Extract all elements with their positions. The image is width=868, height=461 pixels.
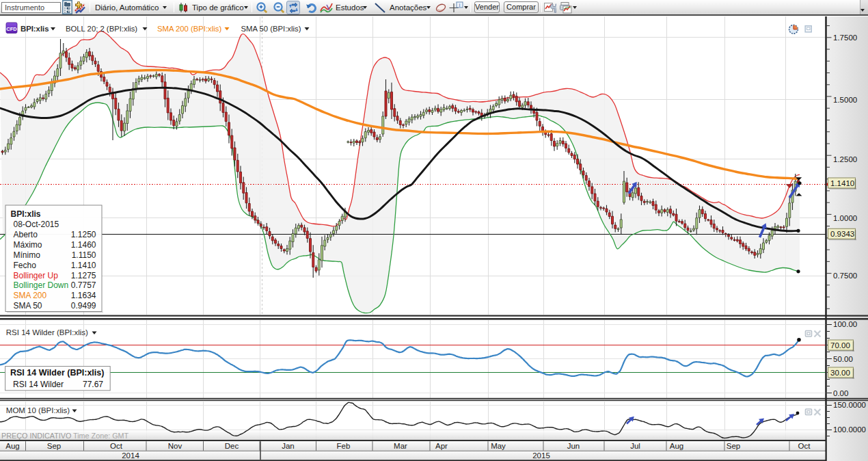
svg-text:Aug: Aug	[5, 442, 19, 450]
svg-text:Time Zone: GMT: Time Zone: GMT	[73, 432, 129, 440]
svg-text:Jun: Jun	[567, 442, 580, 450]
svg-text:1.1150: 1.1150	[72, 250, 96, 260]
svg-text:0.9343: 0.9343	[830, 230, 854, 238]
svg-text:Oct: Oct	[798, 442, 811, 450]
svg-text:Máximo: Máximo	[14, 240, 42, 250]
svg-text:1.1250: 1.1250	[71, 230, 96, 239]
svg-text:1.7500: 1.7500	[833, 34, 857, 42]
svg-text:CFD: CFD	[6, 26, 17, 32]
svg-text:50.00: 50.00	[833, 355, 853, 363]
svg-text:BOLL 20; 2 (BPI:xlis): BOLL 20; 2 (BPI:xlis)	[66, 25, 137, 33]
svg-text:Aug: Aug	[670, 442, 683, 450]
svg-text:RSI 14 Wilder (BPI:xlis): RSI 14 Wilder (BPI:xlis)	[10, 368, 104, 378]
svg-text:1.0000: 1.0000	[833, 214, 857, 222]
svg-text:RSI 14 Wilder (BPI:xlis): RSI 14 Wilder (BPI:xlis)	[6, 328, 88, 337]
svg-text:2015: 2015	[532, 451, 550, 460]
svg-text:BPI:xlis: BPI:xlis	[11, 209, 41, 219]
svg-text:May: May	[491, 442, 506, 450]
svg-text:1.1410: 1.1410	[71, 261, 96, 270]
svg-text:1.5000: 1.5000	[833, 96, 857, 104]
svg-text:0.7500: 0.7500	[833, 272, 857, 280]
svg-text:Nov: Nov	[168, 442, 182, 450]
svg-text:Mínimo: Mínimo	[14, 250, 41, 260]
svg-text:0.7757: 0.7757	[71, 280, 96, 290]
svg-text:Bollinger Up: Bollinger Up	[14, 271, 59, 280]
svg-text:150.0000: 150.0000	[833, 401, 866, 409]
svg-text:Bollinger Down: Bollinger Down	[14, 280, 69, 290]
svg-text:100.00: 100.00	[833, 320, 857, 328]
svg-text:77.67: 77.67	[83, 380, 103, 389]
svg-text:100.0000: 100.0000	[833, 425, 866, 434]
svg-text:30.00: 30.00	[830, 369, 850, 377]
svg-text:RSI 14 Wilder: RSI 14 Wilder	[13, 380, 64, 389]
svg-text:Aberto: Aberto	[14, 230, 38, 239]
svg-text:PREÇO INDICATIVO: PREÇO INDICATIVO	[1, 432, 71, 440]
svg-text:1.1410: 1.1410	[830, 179, 854, 187]
svg-text:0.00: 0.00	[833, 389, 848, 397]
svg-text:SMA 50: SMA 50	[14, 301, 42, 311]
svg-text:Jan: Jan	[282, 442, 295, 450]
svg-text:Mar: Mar	[394, 442, 407, 450]
svg-text:70.00: 70.00	[830, 341, 850, 350]
svg-text:Apr: Apr	[435, 442, 448, 450]
svg-text:Oct: Oct	[110, 442, 123, 450]
svg-text:SMA 200: SMA 200	[14, 291, 47, 300]
svg-text:BPI:xlis: BPI:xlis	[21, 25, 49, 33]
svg-text:2014: 2014	[122, 451, 139, 460]
svg-text:Feb: Feb	[337, 442, 351, 450]
svg-text:Sep: Sep	[47, 442, 61, 450]
svg-text:08-Oct-2015: 08-Oct-2015	[14, 220, 59, 229]
svg-text:0.9499: 0.9499	[71, 301, 96, 311]
svg-text:1.2500: 1.2500	[833, 155, 857, 163]
svg-text:MOM 10 (BPI:xlis): MOM 10 (BPI:xlis)	[6, 406, 70, 414]
svg-text:Jul: Jul	[630, 442, 640, 450]
svg-text:1.1460: 1.1460	[71, 240, 96, 250]
svg-text:Sep: Sep	[727, 442, 740, 450]
svg-text:1.1634: 1.1634	[71, 291, 96, 300]
svg-text:1.1275: 1.1275	[71, 271, 96, 280]
svg-text:Fecho: Fecho	[14, 261, 37, 270]
svg-text:Dec: Dec	[225, 442, 239, 450]
svg-text:SMA 200 (BPI:xlis): SMA 200 (BPI:xlis)	[157, 25, 221, 33]
svg-text:SMA 50 (BPI:xlis): SMA 50 (BPI:xlis)	[241, 25, 301, 33]
